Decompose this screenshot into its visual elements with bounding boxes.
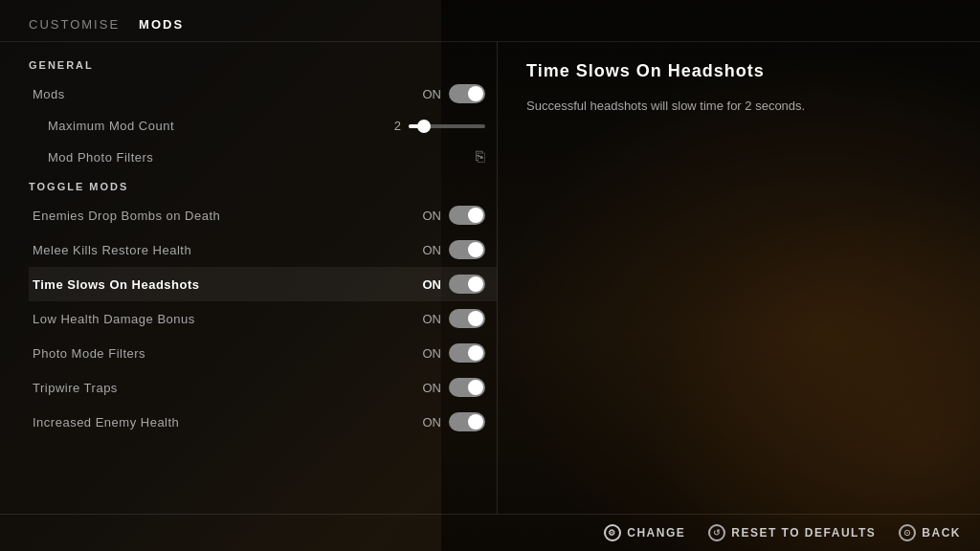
mods-value: ON xyxy=(423,87,442,101)
toggle-mod-right-2: ON xyxy=(423,275,486,294)
toggle-mod-knob-2 xyxy=(468,276,483,292)
toggle-mod-row-6[interactable]: Increased Enemy Health ON xyxy=(29,405,497,439)
change-label: CHANGE xyxy=(627,526,685,540)
toggle-mod-label-1: Melee Kills Restore Health xyxy=(33,243,191,257)
back-button[interactable]: ⊙ BACK xyxy=(899,524,961,541)
toggle-mod-value-3: ON xyxy=(423,312,442,326)
toggle-mod-label-2: Time Slows On Headshots xyxy=(33,277,200,292)
slider-thumb[interactable] xyxy=(417,120,431,133)
toggle-mod-label-6: Increased Enemy Health xyxy=(33,415,179,430)
toggle-mod-row-0[interactable]: Enemies Drop Bombs on Death ON xyxy=(29,198,497,232)
change-icon: ⚙ xyxy=(604,524,621,541)
mods-row[interactable]: Mods ON xyxy=(29,77,497,111)
toggle-mod-right-0: ON xyxy=(423,206,486,225)
toggle-mod-switch-1[interactable] xyxy=(449,240,485,259)
toggle-mod-knob-0 xyxy=(468,208,483,223)
detail-description: Successful headshots will slow time for … xyxy=(526,97,833,117)
toggle-mod-value-0: ON xyxy=(423,209,442,223)
toggle-mod-label-3: Low Health Damage Bonus xyxy=(33,312,195,326)
mod-photo-filters-row[interactable]: Mod Photo Filters ⎘ xyxy=(29,141,497,173)
max-mod-count-row[interactable]: Maximum Mod Count 2 xyxy=(29,111,497,141)
mods-right: ON xyxy=(423,84,486,103)
reset-icon: ↺ xyxy=(708,524,725,541)
toggle-mod-right-6: ON xyxy=(423,412,486,431)
mods-toggle-knob xyxy=(468,86,483,101)
toggle-mod-value-1: ON xyxy=(423,243,442,257)
toggle-mod-knob-3 xyxy=(468,311,483,326)
toggle-mod-switch-3[interactable] xyxy=(449,309,485,328)
tab-mods[interactable]: MODS xyxy=(139,17,184,32)
toggle-mod-switch-4[interactable] xyxy=(449,343,485,363)
toggle-mod-value-6: ON xyxy=(423,415,442,430)
footer: ⚙ CHANGE ↺ RESET TO DEFAULTS ⊙ BACK xyxy=(0,514,980,551)
toggle-mod-label-4: Photo Mode Filters xyxy=(33,346,145,361)
reset-button[interactable]: ↺ RESET TO DEFAULTS xyxy=(708,524,876,541)
toggle-mod-right-4: ON xyxy=(423,343,486,363)
toggle-mod-switch-5[interactable] xyxy=(449,378,485,397)
toggle-mod-value-5: ON xyxy=(423,381,442,395)
toggle-mod-right-3: ON xyxy=(423,309,486,328)
detail-title: Time Slows On Headshots xyxy=(526,61,951,81)
back-icon: ⊙ xyxy=(899,524,916,541)
toggle-mod-value-4: ON xyxy=(423,346,442,361)
toggle-mod-switch-2[interactable] xyxy=(449,275,485,294)
change-button[interactable]: ⚙ CHANGE xyxy=(604,524,685,541)
toggle-mod-row-1[interactable]: Melee Kills Restore Health ON xyxy=(29,232,497,267)
toggle-mod-row-3[interactable]: Low Health Damage Bonus ON xyxy=(29,301,497,336)
main-layout: GENERAL Mods ON Maximum Mod Count 2 xyxy=(0,42,980,514)
toggle-mod-right-5: ON xyxy=(423,378,486,397)
back-label: BACK xyxy=(922,526,961,540)
slider-track[interactable] xyxy=(409,124,485,128)
toggle-mod-label-5: Tripwire Traps xyxy=(33,381,118,395)
max-mod-count-right: 2 xyxy=(394,119,485,133)
toggle-mod-row-2[interactable]: Time Slows On Headshots ON xyxy=(29,267,497,301)
toggle-mod-row-4[interactable]: Photo Mode Filters ON xyxy=(29,336,497,370)
reset-label: RESET TO DEFAULTS xyxy=(731,526,876,540)
mods-toggle[interactable] xyxy=(449,84,485,103)
max-mod-count-label: Maximum Mod Count xyxy=(48,119,174,133)
header: CUSTOMISE MODS xyxy=(0,0,980,41)
general-section-label: GENERAL xyxy=(29,59,497,71)
tab-customise[interactable]: CUSTOMISE xyxy=(29,17,120,32)
toggle-mod-knob-4 xyxy=(468,345,483,361)
slider-container[interactable] xyxy=(409,124,485,128)
mod-photo-filters-right: ⎘ xyxy=(476,148,485,165)
toggle-mods-section-label: TOGGLE MODS xyxy=(29,181,497,192)
toggle-mod-knob-5 xyxy=(468,380,483,395)
toggle-mod-row-5[interactable]: Tripwire Traps ON xyxy=(29,370,497,405)
toggle-mod-value-2: ON xyxy=(423,277,442,292)
copy-icon[interactable]: ⎘ xyxy=(476,148,485,165)
toggle-mod-right-1: ON xyxy=(423,240,486,259)
toggle-mod-switch-0[interactable] xyxy=(449,206,485,225)
right-panel: Time Slows On Headshots Successful heads… xyxy=(498,42,980,514)
mod-photo-filters-label: Mod Photo Filters xyxy=(48,150,153,165)
toggle-mod-switch-6[interactable] xyxy=(449,412,485,431)
toggle-mod-knob-1 xyxy=(468,242,483,257)
toggle-mod-label-0: Enemies Drop Bombs on Death xyxy=(33,209,220,223)
toggle-mod-knob-6 xyxy=(468,414,483,430)
left-panel: GENERAL Mods ON Maximum Mod Count 2 xyxy=(0,42,498,514)
mods-label: Mods xyxy=(33,87,65,101)
max-mod-count-value: 2 xyxy=(394,119,401,133)
